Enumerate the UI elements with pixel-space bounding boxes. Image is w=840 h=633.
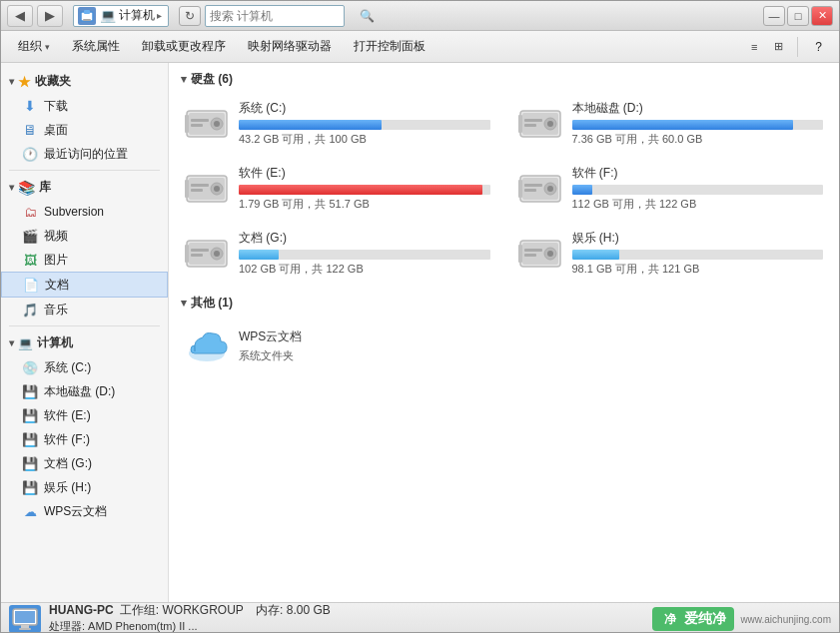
drive-item-1[interactable]: 本地磁盘 (D:) 7.36 GB 可用，共 60.0 GB <box>514 96 828 151</box>
brand-url: www.aichunjing.com <box>740 612 831 626</box>
favorites-header[interactable]: ▾ ★ 收藏夹 <box>1 69 168 94</box>
computer-header[interactable]: ▾ 💻 计算机 <box>1 330 168 355</box>
properties-label: 系统属性 <box>72 38 120 55</box>
control-panel-button[interactable]: 打开控制面板 <box>345 34 434 59</box>
sidebar-item-desktop[interactable]: 🖥 桌面 <box>1 118 168 142</box>
drive-name-4: 文档 (G:) <box>239 230 490 247</box>
svg-rect-16 <box>518 115 522 133</box>
drive-icon-3 <box>518 170 562 208</box>
drive-bar-fill-3 <box>572 185 592 195</box>
status-cpu: 处理器: AMD Phenom(tm) II ... <box>49 619 644 633</box>
drive-bar-5 <box>572 250 824 260</box>
svg-rect-49 <box>19 628 31 630</box>
svg-rect-23 <box>185 180 189 198</box>
forward-button[interactable]: ▶ <box>37 5 63 27</box>
search-input[interactable] <box>210 9 360 23</box>
sidebar-item-recent[interactable]: 🕐 最近访问的位置 <box>1 142 168 166</box>
svg-rect-48 <box>21 625 29 628</box>
wps-label: WPS云文档 <box>44 503 160 520</box>
drive-name-0: 系统 (C:) <box>239 100 490 117</box>
minimize-button[interactable]: — <box>763 6 785 26</box>
drive-bar-fill-0 <box>239 120 382 130</box>
image-label: 图片 <box>44 252 160 269</box>
music-icon: 🎵 <box>21 301 39 318</box>
g-drive-label: 文档 (G:) <box>44 455 160 472</box>
drive-size-3: 112 GB 可用，共 122 GB <box>572 197 824 212</box>
status-pc-name: HUANG-PC 工作组: WORKGROUP 内存: 8.00 GB <box>49 602 644 619</box>
sidebar-item-h-drive[interactable]: 💾 娱乐 (H:) <box>1 475 168 499</box>
sidebar-item-video[interactable]: 🎬 视频 <box>1 224 168 248</box>
svg-rect-28 <box>524 184 542 187</box>
properties-button[interactable]: 系统属性 <box>63 34 129 59</box>
sidebar-item-f-drive[interactable]: 💾 软件 (F:) <box>1 427 168 451</box>
search-bar[interactable]: 🔍 <box>205 5 345 27</box>
video-label: 视频 <box>44 228 160 245</box>
wps-cloud-desc: 系统文件夹 <box>239 348 823 363</box>
search-icon: 🔍 <box>360 9 375 23</box>
svg-rect-1 <box>84 10 90 14</box>
drive-name-3: 软件 (F:) <box>572 165 824 182</box>
wps-cloud-info: WPS云文档 系统文件夹 <box>239 328 823 363</box>
drive-info-2: 软件 (E:) 1.79 GB 可用，共 51.7 GB <box>239 165 490 212</box>
computer-label: 计算机 <box>37 334 73 351</box>
refresh-button[interactable]: ↻ <box>179 6 201 26</box>
svg-rect-30 <box>518 180 522 198</box>
library-header[interactable]: ▾ 📚 库 <box>1 175 168 200</box>
map-drive-button[interactable]: 映射网络驱动器 <box>239 34 341 59</box>
view-list-button[interactable]: ≡ <box>743 37 765 57</box>
desktop-icon: 🖥 <box>21 121 39 139</box>
drive-info-5: 娱乐 (H:) 98.1 GB 可用，共 121 GB <box>572 230 824 277</box>
organize-button[interactable]: 组织 ▾ <box>9 34 59 59</box>
drive-item-4[interactable]: 文档 (G:) 102 GB 可用，共 122 GB <box>181 226 494 281</box>
drive-item-5[interactable]: 娱乐 (H:) 98.1 GB 可用，共 121 GB <box>514 226 828 281</box>
help-button[interactable]: ? <box>806 36 831 58</box>
svg-text:净: 净 <box>664 612 677 626</box>
drive-item-3[interactable]: 软件 (F:) 112 GB 可用，共 122 GB <box>514 161 828 216</box>
f-drive-label: 软件 (F:) <box>44 431 160 448</box>
address-bar[interactable]: 💻 计算机 ▸ <box>73 5 169 27</box>
address-arrow: ▸ <box>157 10 162 21</box>
other-arrow: ▾ <box>181 297 187 310</box>
drive-info-1: 本地磁盘 (D:) 7.36 GB 可用，共 60.0 GB <box>572 100 824 147</box>
sidebar-item-download[interactable]: ⬇ 下载 <box>1 94 168 118</box>
d-drive-icon: 💾 <box>21 382 39 400</box>
library-section: ▾ 📚 库 🗂 Subversion 🎬 视频 🖼 图片 📄 文档 🎵 <box>1 175 168 321</box>
drive-size-5: 98.1 GB 可用，共 121 GB <box>572 262 824 277</box>
sidebar-item-c-drive[interactable]: 💿 系统 (C:) <box>1 355 168 379</box>
sidebar-item-e-drive[interactable]: 💾 软件 (E:) <box>1 403 168 427</box>
svg-rect-29 <box>524 189 536 192</box>
drive-bar-1 <box>572 120 824 130</box>
drive-name-2: 软件 (E:) <box>239 165 490 182</box>
subversion-icon: 🗂 <box>21 203 39 221</box>
favorites-label: 收藏夹 <box>35 73 71 90</box>
drive-bar-4 <box>239 250 490 260</box>
titlebar-left: ◀ ▶ 💻 计算机 ▸ ↻ 🔍 <box>7 5 345 27</box>
content-area: ▾ 硬盘 (6) 系统 (C:) 43.2 GB 可用，共 100 GB <box>169 63 839 602</box>
drive-item-2[interactable]: 软件 (E:) 1.79 GB 可用，共 51.7 GB <box>181 161 494 216</box>
sidebar-item-image[interactable]: 🖼 图片 <box>1 248 168 272</box>
maximize-button[interactable]: □ <box>787 6 809 26</box>
view-grid-button[interactable]: ⊞ <box>767 37 789 57</box>
svg-rect-14 <box>524 119 542 122</box>
sidebar-item-subversion[interactable]: 🗂 Subversion <box>1 200 168 224</box>
sidebar-item-doc[interactable]: 📄 文档 <box>1 272 168 298</box>
back-button[interactable]: ◀ <box>7 5 33 27</box>
d-drive-label: 本地磁盘 (D:) <box>44 383 160 400</box>
uninstall-button[interactable]: 卸载或更改程序 <box>133 34 235 59</box>
library-icon: 📚 <box>18 180 35 196</box>
svg-rect-7 <box>191 119 209 122</box>
sidebar-item-music[interactable]: 🎵 音乐 <box>1 298 168 321</box>
drive-item-0[interactable]: 系统 (C:) 43.2 GB 可用，共 100 GB <box>181 96 494 151</box>
wps-cloud-item[interactable]: WPS云文档 系统文件夹 <box>181 319 827 371</box>
g-drive-icon: 💾 <box>21 454 39 472</box>
e-drive-icon: 💾 <box>21 406 39 424</box>
sidebar-item-g-drive[interactable]: 💾 文档 (G:) <box>1 451 168 475</box>
svg-point-34 <box>214 251 220 257</box>
window-controls: — □ ✕ <box>763 6 833 26</box>
recent-icon: 🕐 <box>21 145 39 163</box>
sidebar-item-d-drive[interactable]: 💾 本地磁盘 (D:) <box>1 379 168 403</box>
sidebar-item-wps[interactable]: ☁ WPS云文档 <box>1 499 168 523</box>
close-button[interactable]: ✕ <box>811 6 833 26</box>
drive-info-3: 软件 (F:) 112 GB 可用，共 122 GB <box>572 165 824 212</box>
h-drive-icon: 💾 <box>21 478 39 496</box>
